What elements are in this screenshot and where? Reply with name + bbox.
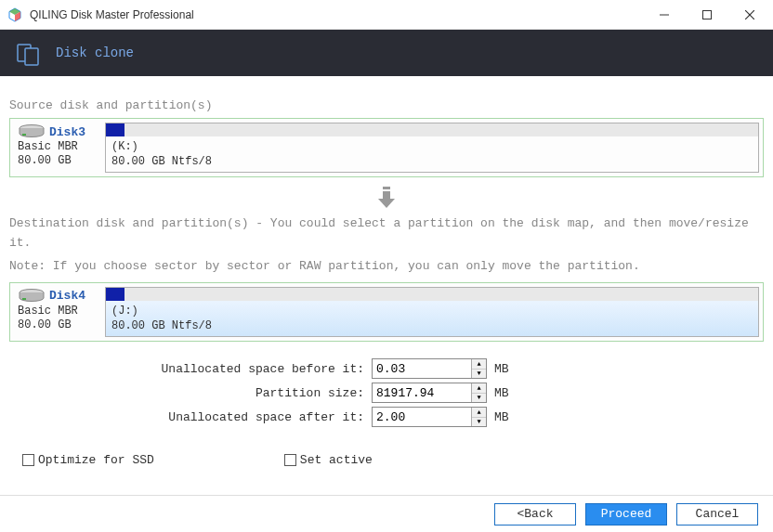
svg-rect-4 — [703, 10, 712, 19]
dest-partition-map[interactable]: (J:) 80.00 GB Ntfs/8 — [105, 287, 759, 337]
before-unit: MB — [494, 362, 509, 376]
dest-disk-size: 80.00 GB — [18, 318, 101, 331]
minimize-button[interactable] — [643, 1, 686, 29]
source-partition-desc: 80.00 GB Ntfs/8 — [111, 154, 753, 169]
page-header: Disk clone — [0, 30, 773, 76]
window-controls — [643, 1, 771, 29]
svg-rect-11 — [383, 187, 390, 189]
dest-partition-info: (J:) 80.00 GB Ntfs/8 — [106, 301, 758, 336]
source-usage-bar — [106, 123, 758, 136]
dest-disk-name: Disk4 — [49, 289, 85, 303]
options-row: Optimize for SSD Set active — [22, 453, 764, 467]
dest-partition-letter: (J:) — [111, 304, 753, 318]
titlebar: QILING Disk Master Professional — [0, 0, 773, 30]
source-disk-size: 80.00 GB — [18, 154, 101, 167]
dest-partition-desc: 80.00 GB Ntfs/8 — [111, 318, 753, 333]
dest-note: Note: If you choose sector by sector or … — [9, 257, 764, 277]
svg-rect-10 — [22, 134, 26, 136]
after-spinner[interactable]: ▲ ▼ — [372, 407, 487, 427]
svg-rect-12 — [383, 191, 390, 199]
arrow-down-icon — [9, 185, 764, 209]
dest-usage-bar — [106, 288, 758, 301]
after-unit: MB — [494, 410, 509, 424]
app-title: QILING Disk Master Professional — [30, 8, 643, 21]
dest-label: Destination disk and partition(s) - You … — [9, 214, 764, 253]
size-label: Partition size: — [9, 386, 372, 400]
optimize-ssd-label: Optimize for SSD — [38, 453, 154, 467]
back-button[interactable]: <Back — [494, 503, 576, 526]
app-logo-icon — [7, 7, 22, 22]
footer: <Back Proceed Cancel — [0, 495, 773, 532]
size-unit: MB — [494, 386, 509, 400]
size-spinner[interactable]: ▲ ▼ — [372, 383, 487, 403]
after-down-button[interactable]: ▼ — [472, 418, 486, 427]
size-down-button[interactable]: ▼ — [472, 394, 486, 403]
checkbox-icon — [284, 454, 296, 466]
proceed-button[interactable]: Proceed — [585, 503, 667, 526]
dest-disk-type: Basic MBR — [18, 305, 101, 318]
size-input[interactable] — [373, 383, 471, 402]
before-label: Unallocated space before it: — [9, 362, 372, 376]
size-up-button[interactable]: ▲ — [472, 383, 486, 394]
source-used-segment — [106, 123, 124, 136]
source-disk-info: Disk3 Basic MBR 80.00 GB — [14, 123, 105, 173]
before-spinner[interactable]: ▲ ▼ — [372, 358, 487, 379]
optimize-ssd-checkbox[interactable]: Optimize for SSD — [22, 453, 154, 467]
source-partition-info: (K:) 80.00 GB Ntfs/8 — [106, 136, 758, 172]
set-active-checkbox[interactable]: Set active — [284, 453, 373, 467]
before-input[interactable] — [373, 359, 471, 378]
source-disk-type: Basic MBR — [18, 140, 101, 153]
source-partition-map[interactable]: (K:) 80.00 GB Ntfs/8 — [105, 123, 759, 173]
svg-rect-8 — [25, 48, 38, 65]
dest-disk-info: Disk4 Basic MBR 80.00 GB — [14, 287, 105, 337]
dest-disk-row[interactable]: Disk4 Basic MBR 80.00 GB (J:) 80.00 GB N… — [9, 282, 764, 342]
disk-clone-icon — [17, 42, 39, 64]
source-label: Source disk and partition(s) — [9, 98, 764, 112]
before-up-button[interactable]: ▲ — [472, 359, 486, 370]
source-disk-row[interactable]: Disk3 Basic MBR 80.00 GB (K:) 80.00 GB N… — [9, 118, 764, 177]
checkbox-icon — [22, 454, 34, 466]
close-button[interactable] — [728, 1, 771, 29]
before-down-button[interactable]: ▼ — [472, 370, 486, 379]
size-form: Unallocated space before it: ▲ ▼ MB Part… — [9, 358, 764, 427]
page-title: Disk clone — [56, 45, 134, 60]
source-disk-name: Disk3 — [49, 125, 85, 139]
svg-marker-13 — [378, 199, 395, 208]
hdd-icon — [18, 124, 46, 139]
hdd-icon — [18, 289, 46, 304]
set-active-label: Set active — [300, 453, 373, 467]
source-partition-letter: (K:) — [111, 139, 753, 154]
svg-rect-15 — [22, 298, 26, 300]
maximize-button[interactable] — [686, 1, 728, 29]
after-input[interactable] — [373, 408, 471, 426]
after-label: Unallocated space after it: — [9, 410, 372, 424]
after-up-button[interactable]: ▲ — [472, 408, 486, 418]
cancel-button[interactable]: Cancel — [676, 503, 758, 526]
dest-used-segment — [106, 288, 124, 301]
